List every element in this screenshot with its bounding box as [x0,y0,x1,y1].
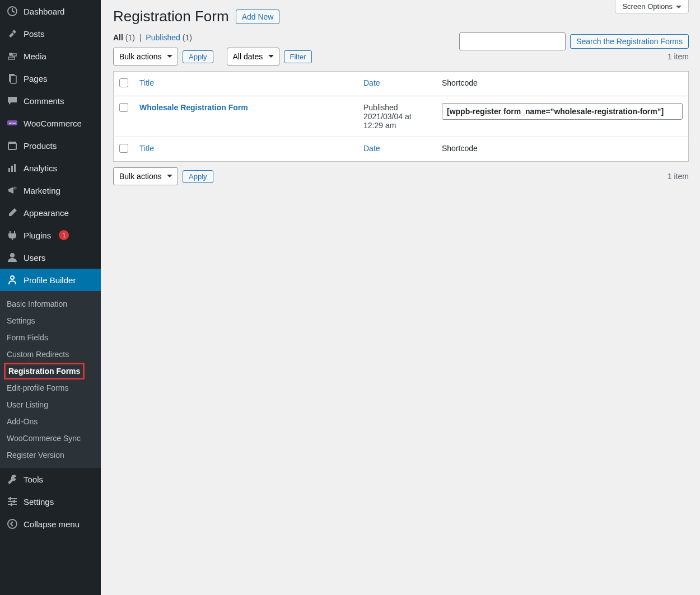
column-title-footer[interactable]: Title [134,137,358,162]
sidebar-label: Pages [24,74,48,83]
row-title-link[interactable]: Wholesale Registration Form [139,103,248,112]
filter-button[interactable]: Filter [284,50,312,63]
filter-all[interactable]: All [113,33,123,42]
sidebar-item-dashboard[interactable]: Dashboard [0,0,101,22]
sidebar-item-media[interactable]: Media [0,45,101,67]
caret-down-icon [676,6,682,11]
wrench-icon [7,474,18,485]
sidebar-label: Marketing [24,186,60,195]
sidebar-label: Comments [24,96,64,106]
submenu-user-listing[interactable]: User Listing [0,396,101,413]
svg-point-13 [11,276,14,279]
svg-text:woo: woo [8,121,16,125]
sidebar-item-tools[interactable]: Tools [0,468,101,490]
table-row: Wholesale Registration Form Published 20… [114,96,689,137]
submenu-registration-forms[interactable]: Registration Forms [0,363,101,380]
sliders-icon [7,496,18,507]
profile-icon [7,274,18,285]
row-checkbox[interactable] [119,103,128,112]
select-all-checkbox[interactable] [119,78,128,87]
sidebar-label: Users [24,253,45,263]
sidebar-item-marketing[interactable]: Marketing [0,179,101,202]
bulk-actions-select[interactable]: Bulk actions [113,48,178,65]
svg-rect-19 [11,503,12,506]
column-date-footer[interactable]: Date [358,137,436,162]
page-title: Registration Form [113,8,229,25]
submenu-add-ons[interactable]: Add-Ons [0,413,101,430]
sidebar-item-pages[interactable]: Pages [0,67,101,90]
sidebar-label: Collapse menu [24,519,80,529]
row-date: Published 2021/03/04 at 12:29 am [358,96,436,137]
sidebar-label: Tools [24,475,43,484]
svg-rect-14 [8,498,17,499]
submenu-form-fields[interactable]: Form Fields [0,329,101,346]
sidebar-item-collapse[interactable]: Collapse menu [0,513,101,535]
select-all-checkbox-footer[interactable] [119,144,128,153]
sidebar-item-appearance[interactable]: Appearance [0,202,101,224]
sidebar-item-analytics[interactable]: Analytics [0,157,101,179]
dashboard-icon [7,6,18,17]
apply-bulk-button-bottom[interactable]: Apply [183,170,213,183]
bulk-actions-select-bottom[interactable]: Bulk actions [113,167,178,185]
submenu-register-version[interactable]: Register Version [0,447,101,463]
sidebar-item-plugins[interactable]: Plugins 1 [0,224,101,246]
comment-icon [7,95,18,106]
sidebar-item-woocommerce[interactable]: woo WooCommerce [0,112,101,134]
sidebar-label: Settings [24,497,54,507]
svg-point-20 [8,519,17,528]
add-new-button[interactable]: Add New [236,10,280,24]
main-content: Screen Options Registration Form Add New… [101,0,700,595]
column-shortcode: Shortcode [436,72,689,96]
brush-icon [7,207,18,218]
update-badge: 1 [59,230,69,240]
sidebar-item-settings[interactable]: Settings [0,490,101,513]
svg-point-1 [9,53,12,56]
submenu-settings[interactable]: Settings [0,312,101,329]
megaphone-icon [7,185,18,196]
svg-point-12 [10,253,15,257]
column-title[interactable]: Title [134,72,358,96]
items-count: 1 item [668,52,689,61]
column-date[interactable]: Date [358,72,436,96]
svg-rect-9 [11,166,13,172]
search-button[interactable]: Search the Registration Forms [570,34,689,49]
sidebar-item-comments[interactable]: Comments [0,90,101,112]
analytics-icon [7,162,18,174]
sidebar-item-posts[interactable]: Posts [0,22,101,45]
pin-icon [7,28,18,39]
sidebar-label: Media [24,51,46,61]
sidebar-label: WooCommerce [24,119,82,128]
apply-bulk-button[interactable]: Apply [183,50,213,63]
sidebar-label: Products [24,141,57,151]
sidebar-item-products[interactable]: Products [0,134,101,157]
submenu-edit-profile-forms[interactable]: Edit-profile Forms [0,380,101,396]
user-icon [7,252,18,263]
svg-rect-18 [13,500,15,503]
profile-builder-submenu: Basic Information Settings Form Fields C… [0,291,101,468]
sidebar-label: Profile Builder [24,275,76,285]
media-icon [7,50,18,62]
forms-table: Title Date Shortcode Wholesale Registrat… [113,71,689,162]
svg-rect-7 [8,142,16,144]
filter-published[interactable]: Published [146,33,180,42]
svg-rect-15 [8,501,17,502]
collapse-icon [7,518,18,530]
svg-rect-17 [10,497,11,500]
screen-options-toggle[interactable]: Screen Options [615,0,689,13]
submenu-custom-redirects[interactable]: Custom Redirects [0,346,101,363]
submenu-woocommerce-sync[interactable]: WooCommerce Sync [0,430,101,447]
sidebar-item-profile-builder[interactable]: Profile Builder [0,269,101,291]
sidebar-label: Posts [24,29,45,39]
products-icon [7,140,18,151]
shortcode-field[interactable] [442,103,683,120]
submenu-basic-info[interactable]: Basic Information [0,296,101,312]
search-input[interactable] [459,32,566,50]
date-filter-select[interactable]: All dates [227,48,279,65]
admin-sidebar: Dashboard Posts Media Pages Comments woo… [0,0,101,595]
woocommerce-icon: woo [7,118,18,129]
column-shortcode-footer: Shortcode [436,137,689,162]
svg-point-11 [14,187,16,189]
sidebar-label: Dashboard [24,7,64,16]
sidebar-item-users[interactable]: Users [0,246,101,269]
items-count-bottom: 1 item [668,172,689,181]
